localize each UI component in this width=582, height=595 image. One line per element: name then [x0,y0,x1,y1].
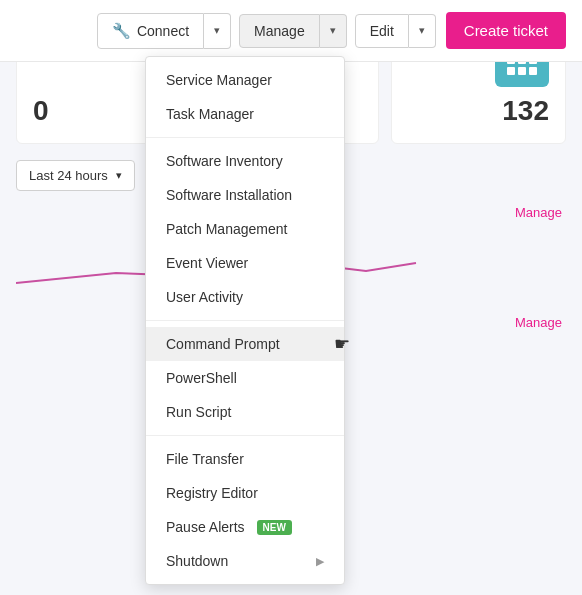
dropdown-item-powershell[interactable]: PowerShell [146,361,344,395]
background-manage-link-1[interactable]: Manage [515,205,562,220]
grid-dot [529,67,537,75]
dropdown-item-user-activity[interactable]: User Activity [146,280,344,314]
chevron-down-icon: ▾ [116,169,122,182]
new-badge: NEW [257,520,292,535]
connect-button[interactable]: 🔧 Connect [97,13,204,49]
dropdown-item-event-viewer[interactable]: Event Viewer [146,246,344,280]
command-prompt-label: Command Prompt [166,336,280,352]
registry-editor-label: Registry Editor [166,485,258,501]
dropdown-divider-3 [146,435,344,436]
software-installation-label: Software Installation [166,187,292,203]
create-ticket-label: Create ticket [464,22,548,39]
create-ticket-button[interactable]: Create ticket [446,12,566,49]
edit-dropdown-arrow[interactable]: ▾ [409,14,436,48]
dropdown-item-task-manager[interactable]: Task Manager [146,97,344,131]
chevron-right-icon: ▶ [316,555,324,568]
powershell-label: PowerShell [166,370,237,386]
manage-label: Manage [254,23,305,39]
manage-button-group: Manage ▾ [239,14,347,48]
dropdown-item-command-prompt[interactable]: Command Prompt ☛ [146,327,344,361]
edit-button-group: Edit ▾ [355,14,436,48]
dropdown-item-pause-alerts[interactable]: Pause Alerts NEW [146,510,344,544]
wrench-icon: 🔧 [112,22,131,40]
dropdown-item-file-transfer[interactable]: File Transfer [146,442,344,476]
edit-label: Edit [370,23,394,39]
grid-dot [518,67,526,75]
dropdown-section-3: Command Prompt ☛ PowerShell Run Script [146,327,344,429]
connect-button-group: 🔧 Connect ▾ [97,13,231,49]
dropdown-item-service-manager[interactable]: Service Manager [146,63,344,97]
background-manage-link-2[interactable]: Manage [515,315,562,330]
toolbar: 🔧 Connect ▾ Manage ▾ Edit ▾ Create ticke… [0,0,582,62]
dropdown-section-1: Service Manager Task Manager [146,63,344,131]
edit-button[interactable]: Edit [355,14,409,48]
service-manager-label: Service Manager [166,72,272,88]
card-1-value: 0 [33,95,49,127]
manage-dropdown-arrow[interactable]: ▾ [320,14,347,48]
connect-dropdown-arrow[interactable]: ▾ [204,13,231,49]
dropdown-divider-2 [146,320,344,321]
software-inventory-label: Software Inventory [166,153,283,169]
dropdown-section-4: File Transfer Registry Editor Pause Aler… [146,442,344,578]
manage-button[interactable]: Manage [239,14,320,48]
shutdown-label: Shutdown [166,553,228,569]
dropdown-section-2: Software Inventory Software Installation… [146,144,344,314]
time-filter-select[interactable]: Last 24 hours ▾ [16,160,135,191]
event-viewer-label: Event Viewer [166,255,248,271]
time-filter-label: Last 24 hours [29,168,108,183]
manage-dropdown-menu: Service Manager Task Manager Software In… [145,56,345,585]
dropdown-divider-1 [146,137,344,138]
connect-label: Connect [137,23,189,39]
file-transfer-label: File Transfer [166,451,244,467]
dropdown-item-software-inventory[interactable]: Software Inventory [146,144,344,178]
grid-dot [507,67,515,75]
run-script-label: Run Script [166,404,231,420]
dropdown-item-run-script[interactable]: Run Script [146,395,344,429]
dropdown-item-software-installation[interactable]: Software Installation [146,178,344,212]
patch-management-label: Patch Management [166,221,287,237]
task-manager-label: Task Manager [166,106,254,122]
card-3-value: 132 [502,95,549,127]
user-activity-label: User Activity [166,289,243,305]
dropdown-item-registry-editor[interactable]: Registry Editor [146,476,344,510]
dropdown-item-shutdown[interactable]: Shutdown ▶ [146,544,344,578]
pause-alerts-label: Pause Alerts [166,519,245,535]
dropdown-item-patch-management[interactable]: Patch Management [146,212,344,246]
